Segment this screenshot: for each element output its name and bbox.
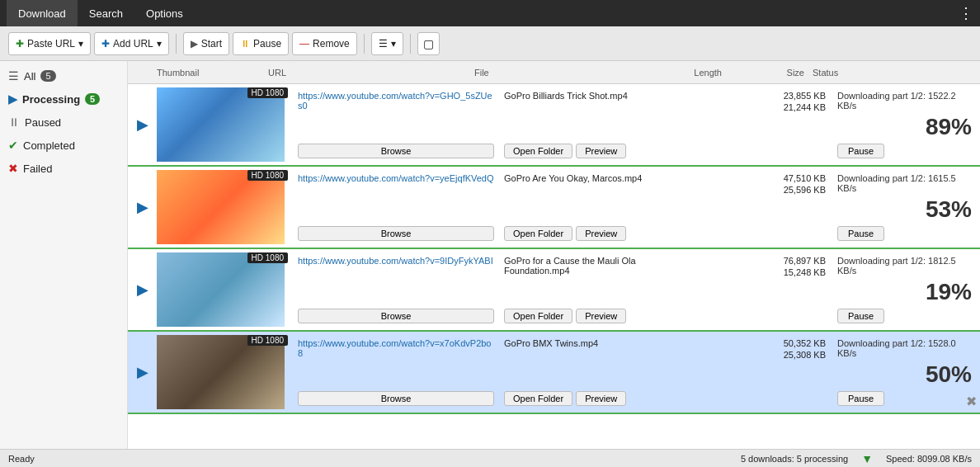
row-actions: Open Folder Preview — [504, 144, 692, 158]
view-toggle-button[interactable]: ▢ — [417, 32, 440, 55]
row-percent: 53% — [837, 196, 972, 223]
row-url-cell: https://www.youtube.com/watch?v=yeEjqfKV… — [293, 167, 499, 248]
preview-button[interactable]: Preview — [576, 391, 626, 406]
status-bar: Ready 5 downloads: 5 processing ▼ Speed:… — [0, 449, 980, 467]
add-url-button[interactable]: ✚ Add URL ▾ — [94, 32, 169, 55]
row-file-name: GoPro Are You Okay, Marcos.mp4 — [504, 173, 692, 183]
play-icon: ▶ — [137, 116, 148, 134]
row-url-cell: https://www.youtube.com/watch?v=GHO_5sZU… — [293, 84, 499, 165]
row-size-cell: 47,510 KB 25,596 KB — [747, 167, 829, 248]
row-pause-button[interactable]: Pause — [837, 144, 884, 158]
menu-download[interactable]: Download — [7, 0, 78, 26]
row-pause-button[interactable]: Pause — [837, 391, 884, 406]
row-play-button[interactable]: ▶ — [128, 167, 157, 248]
row-pause-button[interactable]: Pause — [837, 226, 884, 241]
preview-button[interactable]: Preview — [576, 309, 626, 323]
row-status-text: Downloading part 1/2: 1812.5 KB/s — [837, 256, 972, 276]
row-play-button[interactable]: ▶ — [128, 332, 157, 413]
row-thumbnail: HD 1080 — [157, 84, 293, 165]
row-length-cell — [697, 249, 747, 330]
menu-bar: Download Search Options ⋮ — [0, 0, 980, 26]
queue-options-button[interactable]: ☰ ▾ — [371, 32, 403, 55]
header-length: Length — [672, 68, 722, 78]
sidebar-item-processing[interactable]: ▶ Processing 5 — [0, 87, 127, 111]
preview-button[interactable]: Preview — [576, 144, 626, 158]
row-thumbnail: HD 1080 — [157, 249, 293, 330]
close-icon[interactable]: ✖ — [966, 394, 977, 409]
row-actions: Open Folder Preview — [504, 391, 692, 406]
plus-icon: ✚ — [101, 38, 110, 50]
plus-icon: ✚ — [16, 38, 24, 50]
content-area: Thumbnail URL File Length Size Status ▶ … — [128, 61, 980, 449]
row-status-cell: Downloading part 1/2: 1522.2 KB/s 89% Pa… — [829, 84, 980, 165]
open-folder-button[interactable]: Open Folder — [504, 309, 572, 323]
row-percent: 89% — [837, 114, 972, 140]
sidebar: ☰ All 5 ▶ Processing 5 ⏸ Paused ✔ Comple… — [0, 61, 128, 449]
quality-badge: HD 1080 — [247, 87, 288, 98]
main-area: ☰ All 5 ▶ Processing 5 ⏸ Paused ✔ Comple… — [0, 61, 980, 449]
ready-label: Ready — [8, 454, 35, 464]
size-downloaded: 15,248 KB — [784, 267, 826, 277]
menu-options[interactable]: Options — [134, 0, 195, 26]
sidebar-item-paused[interactable]: ⏸ Paused — [0, 111, 127, 134]
row-url-cell: https://www.youtube.com/watch?v=9IDyFykY… — [293, 249, 499, 330]
downloads-info: 5 downloads: 5 processing — [741, 454, 848, 464]
all-badge: 5 — [40, 70, 55, 82]
browse-button[interactable]: Browse — [298, 226, 494, 241]
row-thumbnail: HD 1080 — [157, 332, 293, 413]
menu-search[interactable]: Search — [78, 0, 134, 26]
all-icon: ☰ — [8, 69, 19, 83]
row-thumbnail: HD 1080 — [157, 167, 293, 248]
row-file-name: GoPro for a Cause the Mauli Ola Foundati… — [504, 256, 692, 276]
pause-button[interactable]: ⏸ Pause — [233, 32, 289, 55]
download-row: ▶ HD 1080 https://www.youtube.com/watch?… — [128, 167, 980, 249]
row-status-text: Downloading part 1/2: 1528.0 KB/s — [837, 338, 972, 358]
row-url-text: https://www.youtube.com/watch?v=x7oKdvP2… — [298, 338, 494, 358]
row-length-cell — [697, 332, 747, 413]
speed-icon: ▼ — [861, 452, 873, 465]
dropdown-arrow-icon: ▾ — [157, 38, 162, 50]
header-url: URL — [268, 68, 474, 78]
toolbar-separator-2 — [364, 34, 365, 54]
sidebar-item-failed[interactable]: ✖ Failed — [0, 157, 127, 180]
play-icon: ▶ — [137, 198, 148, 216]
download-row: ▶ HD 1080 https://www.youtube.com/watch?… — [128, 249, 980, 332]
row-url-text: https://www.youtube.com/watch?v=9IDyFykY… — [298, 256, 494, 266]
preview-button[interactable]: Preview — [576, 226, 626, 241]
pause-icon: ⏸ — [240, 38, 250, 50]
row-file-cell: GoPro Are You Okay, Marcos.mp4 Open Fold… — [499, 167, 697, 248]
browse-button[interactable]: Browse — [298, 391, 494, 406]
remove-button[interactable]: — Remove — [292, 32, 357, 55]
sidebar-item-completed[interactable]: ✔ Completed — [0, 134, 127, 157]
row-url-text: https://www.youtube.com/watch?v=yeEjqfKV… — [298, 173, 494, 183]
browse-button[interactable]: Browse — [298, 309, 494, 323]
browse-button[interactable]: Browse — [298, 144, 494, 158]
processing-badge: 5 — [85, 93, 100, 105]
header-file: File — [474, 68, 672, 78]
open-folder-button[interactable]: Open Folder — [504, 226, 572, 241]
row-actions: Open Folder Preview — [504, 226, 692, 241]
row-status-cell: Downloading part 1/2: 1812.5 KB/s 19% Pa… — [829, 249, 980, 330]
paste-url-button[interactable]: ✚ Paste URL ▾ — [8, 32, 91, 55]
row-play-button[interactable]: ▶ — [128, 249, 157, 330]
row-size-cell: 23,855 KB 21,244 KB — [747, 84, 829, 165]
row-status-cell: Downloading part 1/2: 1615.5 KB/s 53% Pa… — [829, 167, 980, 248]
size-downloaded: 21,244 KB — [784, 102, 826, 112]
sidebar-item-all[interactable]: ☰ All 5 — [0, 64, 127, 87]
row-pause-button[interactable]: Pause — [837, 309, 884, 323]
row-actions: Open Folder Preview — [504, 309, 692, 323]
queue-icon: ☰ — [379, 38, 388, 50]
size-total: 47,510 KB — [784, 173, 826, 183]
row-size-cell: 50,352 KB 25,308 KB — [747, 332, 829, 413]
menu-more-icon[interactable]: ⋮ — [959, 4, 973, 22]
paused-icon: ⏸ — [8, 116, 20, 129]
status-right: 5 downloads: 5 processing ▼ Speed: 8099.… — [741, 452, 972, 465]
row-play-button[interactable]: ▶ — [128, 84, 157, 165]
header-size: Size — [722, 68, 804, 78]
open-folder-button[interactable]: Open Folder — [504, 391, 572, 406]
row-file-name: GoPro Billiards Trick Shot.mp4 — [504, 91, 692, 101]
play-icon: ▶ — [137, 363, 148, 381]
play-icon: ▶ — [137, 281, 148, 299]
start-button[interactable]: ▶ Start — [183, 32, 229, 55]
open-folder-button[interactable]: Open Folder — [504, 144, 572, 158]
